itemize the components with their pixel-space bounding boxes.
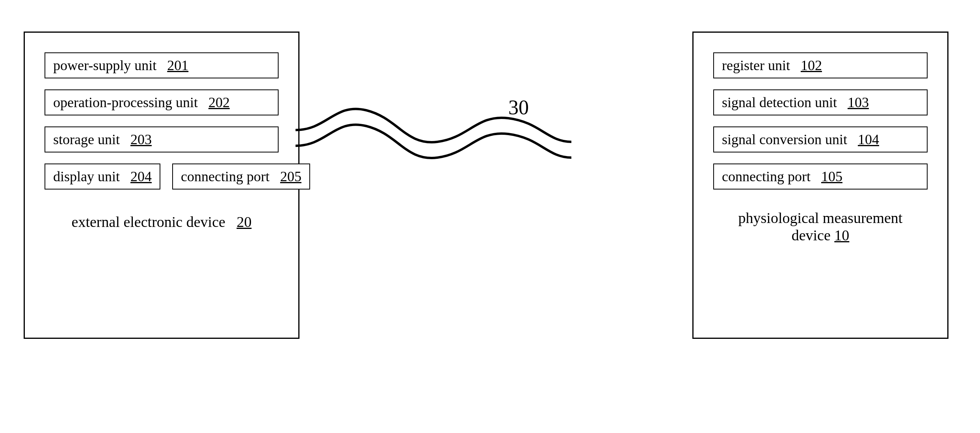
power-supply-unit-label: power-supply unit [53,58,156,73]
cable-label: 30 [508,96,529,119]
phys-device-label: physiological measurement device 10 [694,209,947,252]
display-unit-box: display unit 204 [45,164,160,190]
cable-svg: 30 [296,79,571,244]
external-device-label: external electronic device 20 [25,213,298,238]
signal-conversion-unit-number: 104 [858,132,879,147]
storage-unit-label: storage unit [53,132,120,147]
phys-device-label-line2: device 10 [705,227,935,244]
phys-device-label-line1: physiological measurement [705,209,935,227]
external-device-label-number: 20 [236,214,251,230]
operation-processing-unit-box: operation-processing unit 202 [45,89,279,115]
signal-detection-unit-number: 103 [848,95,869,110]
connecting-port-105-number: 105 [821,169,842,184]
phys-device-label-number: 10 [834,227,849,243]
power-supply-unit-box: power-supply unit 201 [45,52,279,78]
register-unit-box: register unit 102 [713,52,928,78]
signal-conversion-unit-label: signal conversion unit [722,132,847,147]
register-unit-label: register unit [722,58,790,73]
display-unit-label: display unit [53,169,120,184]
external-device-label-text: external electronic device [72,214,225,230]
operation-processing-unit-number: 202 [208,95,230,110]
diagram-container: power-supply unit 201 operation-processi… [0,0,980,433]
operation-processing-unit-label: operation-processing unit [53,95,198,110]
connecting-port-205-box: connecting port 205 [172,164,310,190]
connecting-port-105-label: connecting port [722,169,811,184]
physiological-device-box: register unit 102 signal detection unit … [692,32,948,339]
display-unit-number: 204 [130,169,152,184]
signal-detection-unit-box: signal detection unit 103 [713,89,928,115]
signal-detection-unit-label: signal detection unit [722,95,837,110]
bottom-row: display unit 204 connecting port 205 [45,164,279,190]
register-unit-number: 102 [801,58,822,73]
signal-conversion-unit-box: signal conversion unit 104 [713,126,928,152]
storage-unit-number: 203 [130,132,152,147]
connecting-port-205-label: connecting port [181,169,270,184]
connecting-port-105-box: connecting port 105 [713,164,928,190]
external-units-list: power-supply unit 201 operation-processi… [25,33,298,201]
storage-unit-box: storage unit 203 [45,126,279,152]
external-device-box: power-supply unit 201 operation-processi… [24,32,299,339]
phys-units-list: register unit 102 signal detection unit … [694,33,947,201]
power-supply-unit-number: 201 [167,58,188,73]
